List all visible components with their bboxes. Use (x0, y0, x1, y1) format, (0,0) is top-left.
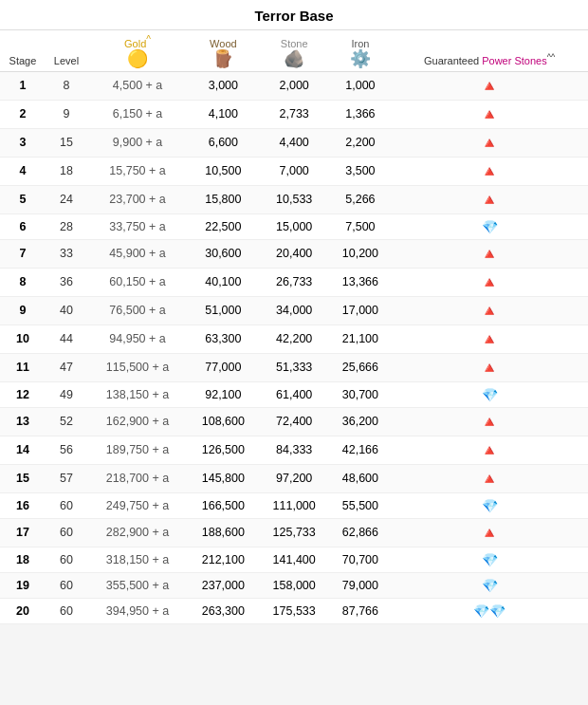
level-cell: 52 (46, 407, 87, 436)
iron-cell: 87,766 (330, 598, 392, 623)
stage-cell: 15 (0, 464, 46, 492)
wood-cell: 22,500 (188, 213, 259, 239)
iron-cell: 79,000 (330, 572, 392, 598)
wood-cell: 51,000 (188, 296, 259, 325)
wood-cell: 6,600 (188, 128, 259, 157)
gold-header: Gold^ 🟡 (87, 30, 188, 72)
table-title-row: Terror Base (0, 0, 588, 30)
power-stone-triangle-icon: 🔺 (480, 360, 499, 376)
level-cell: 40 (46, 296, 87, 325)
table-header-row: Stage Level Gold^ 🟡 Wood 🪵 Stone (0, 30, 588, 72)
gold-cell: 76,500 + a (87, 296, 188, 325)
gold-cell: 249,750 + a (87, 492, 188, 518)
level-cell: 9 (46, 100, 87, 128)
gold-cell: 355,500 + a (87, 572, 188, 598)
stage-cell: 11 (0, 353, 46, 381)
level-cell: 28 (46, 213, 87, 239)
stone-cell: 10,533 (259, 185, 330, 213)
power-stone-gem-icon: 💎 (482, 219, 498, 234)
table-row: 11 47 115,500 + a 77,000 51,333 25,666 🔺 (0, 353, 588, 381)
iron-cell: 10,200 (330, 239, 392, 268)
stone-cell: 7,000 (259, 157, 330, 185)
table-row: 12 49 138,150 + a 92,100 61,400 30,700 💎 (0, 381, 588, 407)
iron-cell: 1,000 (330, 71, 392, 100)
power-stones-cell: 🔺 (391, 185, 588, 213)
wood-header: Wood 🪵 (188, 30, 259, 72)
iron-cell: 1,366 (330, 100, 392, 128)
iron-cell: 36,200 (330, 407, 392, 436)
power-stones-cell: 🔺 (391, 71, 588, 100)
power-stone-triangle-icon: 🔺 (480, 274, 499, 290)
power-stones-cell: 🔺 (391, 268, 588, 296)
wood-cell: 166,500 (188, 492, 259, 518)
power-stone-triangle-icon: 🔺 (480, 163, 499, 179)
power-stone-triangle-icon: 🔺 (480, 303, 499, 319)
gold-cell: 394,950 + a (87, 598, 188, 623)
power-stone-triangle-icon: 🔺 (480, 471, 499, 487)
level-cell: 8 (46, 71, 87, 100)
gold-cell: 115,500 + a (87, 353, 188, 381)
level-cell: 18 (46, 157, 87, 185)
power-stones-cell: 🔺 (391, 436, 588, 464)
iron-cell: 62,866 (330, 518, 392, 547)
iron-cell: 3,500 (330, 157, 392, 185)
iron-cell: 70,700 (330, 547, 392, 572)
power-stones-cell: 🔺 (391, 407, 588, 436)
stage-cell: 12 (0, 381, 46, 407)
stage-cell: 8 (0, 268, 46, 296)
level-cell: 60 (46, 492, 87, 518)
stage-cell: 13 (0, 407, 46, 436)
level-cell: 49 (46, 381, 87, 407)
stone-cell: 20,400 (259, 239, 330, 268)
level-cell: 60 (46, 598, 87, 623)
gold-cell: 318,150 + a (87, 547, 188, 572)
level-cell: 57 (46, 464, 87, 492)
table-row: 18 60 318,150 + a 212,100 141,400 70,700… (0, 547, 588, 572)
stage-cell: 6 (0, 213, 46, 239)
stone-cell: 51,333 (259, 353, 330, 381)
iron-cell: 5,266 (330, 185, 392, 213)
gold-cell: 218,700 + a (87, 464, 188, 492)
stage-cell: 7 (0, 239, 46, 268)
main-container: Terror Base Stage Level Gold^ 🟡 Wood � (0, 0, 588, 624)
power-stones-cell: 🔺 (391, 128, 588, 157)
wood-cell: 108,600 (188, 407, 259, 436)
table-title: Terror Base (0, 0, 588, 30)
table-row: 5 24 23,700 + a 15,800 10,533 5,266 🔺 (0, 185, 588, 213)
stone-cell: 141,400 (259, 547, 330, 572)
power-stones-cell: 💎💎 (391, 598, 588, 623)
power-stones-cell: 💎 (391, 547, 588, 572)
stone-cell: 15,000 (259, 213, 330, 239)
power-stone-gem-icon: 💎 (482, 552, 498, 567)
stone-cell: 125,733 (259, 518, 330, 547)
level-cell: 47 (46, 353, 87, 381)
table-row: 14 56 189,750 + a 126,500 84,333 42,166 … (0, 436, 588, 464)
power-stone-triangle-icon: 🔺 (480, 106, 499, 122)
table-row: 10 44 94,950 + a 63,300 42,200 21,100 🔺 (0, 325, 588, 353)
stage-cell: 3 (0, 128, 46, 157)
power-stones-cell: 🔺 (391, 100, 588, 128)
stone-icon: 🪨 (261, 50, 328, 67)
table-row: 19 60 355,500 + a 237,000 158,000 79,000… (0, 572, 588, 598)
wood-cell: 40,100 (188, 268, 259, 296)
iron-cell: 7,500 (330, 213, 392, 239)
stone-cell: 26,733 (259, 268, 330, 296)
power-stones-cell: 🔺 (391, 325, 588, 353)
level-cell: 60 (46, 572, 87, 598)
table-row: 4 18 15,750 + a 10,500 7,000 3,500 🔺 (0, 157, 588, 185)
wood-cell: 77,000 (188, 353, 259, 381)
power-stone-triangle-icon: 🔺 (480, 78, 499, 94)
level-cell: 15 (46, 128, 87, 157)
stone-cell: 111,000 (259, 492, 330, 518)
terror-base-table: Terror Base Stage Level Gold^ 🟡 Wood � (0, 0, 588, 624)
stage-cell: 10 (0, 325, 46, 353)
level-header: Level (46, 30, 87, 72)
wood-cell: 263,300 (188, 598, 259, 623)
power-stone-triangle-icon: 🔺 (480, 246, 499, 262)
iron-cell: 17,000 (330, 296, 392, 325)
stage-cell: 16 (0, 492, 46, 518)
stone-cell: 175,533 (259, 598, 330, 623)
gold-cell: 162,900 + a (87, 407, 188, 436)
iron-cell: 30,700 (330, 381, 392, 407)
gold-cell: 15,750 + a (87, 157, 188, 185)
